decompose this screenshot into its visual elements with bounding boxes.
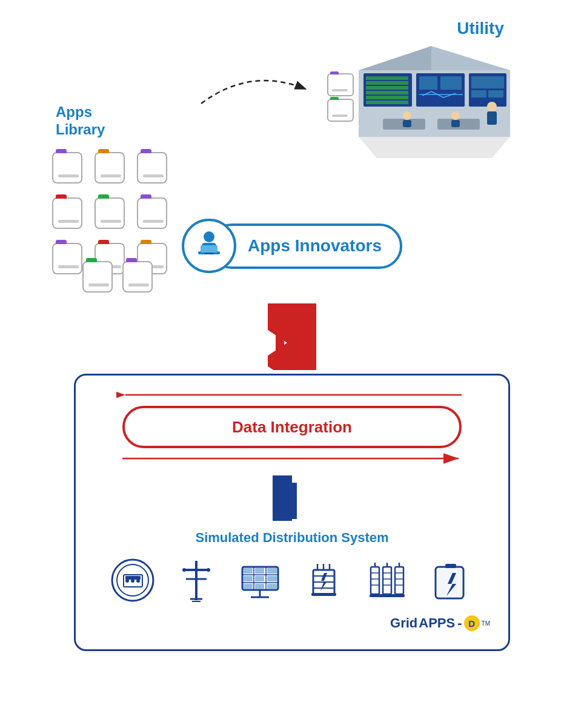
svg-rect-12: [419, 76, 437, 90]
app-icon-2: [92, 152, 127, 188]
gridapps-d-circle: D: [464, 615, 480, 631]
svg-rect-103: [445, 564, 456, 568]
extra-app-icons: [80, 261, 155, 297]
svg-rect-73: [267, 576, 277, 581]
data-integration-text: Data Integration: [232, 418, 352, 437]
top-section: Utility: [44, 19, 540, 297]
svg-rect-19: [471, 76, 504, 88]
gridapps-logo: Grid APPS - D TM: [390, 615, 490, 631]
power-pole-icon: [174, 558, 219, 603]
data-arrow-right-svg: [116, 451, 468, 466]
svg-rect-9: [366, 96, 408, 99]
app-icon-6: [134, 197, 170, 234]
apps-library-label: Apps Library: [56, 104, 105, 139]
utility-app-icon-2: [327, 99, 354, 122]
bottom-icons-row: [110, 558, 474, 603]
svg-rect-20: [471, 90, 486, 98]
app-icon-11: [120, 261, 155, 297]
svg-point-24: [403, 111, 411, 120]
svg-rect-8: [366, 91, 408, 94]
svg-marker-3: [431, 46, 510, 70]
transformer-icon: [301, 558, 347, 603]
svg-point-56: [182, 568, 186, 572]
utility-illustration: [353, 40, 522, 161]
app-icon-4: [50, 197, 85, 234]
data-arrow-left-svg: [116, 388, 468, 403]
svg-rect-86: [371, 567, 379, 594]
svg-rect-85: [311, 593, 336, 596]
innovators-section: Apps Innovators: [182, 219, 402, 273]
innovators-circle: [182, 219, 236, 273]
app-icon-3: [134, 152, 170, 188]
solar-panel-icon: [237, 558, 283, 603]
svg-point-26: [451, 111, 460, 120]
svg-rect-13: [440, 76, 462, 90]
svg-rect-27: [451, 120, 460, 127]
data-integration-section: Data Integration: [94, 388, 490, 466]
svg-rect-101: [370, 594, 405, 597]
svg-rect-5: [366, 76, 408, 80]
svg-rect-71: [244, 576, 253, 581]
svg-point-31: [204, 231, 214, 242]
gridapps-apps-text: APPS: [419, 615, 455, 631]
svg-rect-75: [255, 584, 264, 589]
capacitor-bank-icon: [365, 558, 410, 603]
person-laptop-icon: [191, 230, 227, 263]
svg-rect-21: [488, 90, 503, 98]
svg-rect-7: [366, 86, 408, 90]
svg-rect-34: [201, 245, 217, 253]
svg-rect-10: [366, 101, 408, 104]
svg-point-58: [207, 568, 210, 572]
dashed-arrow-svg: [153, 55, 347, 128]
svg-rect-29: [487, 111, 497, 125]
svg-rect-35: [204, 253, 214, 254]
svg-rect-76: [267, 584, 277, 589]
svg-rect-74: [244, 584, 253, 589]
svg-rect-6: [366, 81, 408, 85]
svg-rect-68: [244, 568, 253, 574]
app-icon-1: [50, 152, 85, 188]
svg-rect-87: [383, 567, 391, 594]
utility-label: Utility: [457, 19, 504, 38]
innovators-text: Apps Innovators: [248, 236, 382, 256]
middle-arrows: [44, 303, 540, 370]
utility-app-icon-1: [327, 73, 354, 96]
gridapps-tm: TM: [482, 620, 490, 627]
svg-rect-52: [125, 576, 141, 580]
double-arrow-svg: [268, 303, 316, 370]
innovators-pill: Apps Innovators: [209, 223, 402, 269]
svg-marker-0: [359, 137, 510, 158]
svg-rect-72: [255, 576, 264, 581]
svg-rect-25: [403, 120, 411, 127]
svg-point-57: [194, 568, 198, 572]
utility-apps: [327, 73, 354, 122]
battery-icon: [428, 558, 474, 603]
bottom-box: Data Integration Simulated D: [74, 374, 510, 651]
up-arrow-from-distribution: [273, 475, 312, 521]
control-room-svg: [353, 40, 516, 158]
app-icon-10: [80, 261, 115, 297]
svg-rect-69: [255, 568, 264, 574]
diagram-container: Utility: [44, 19, 540, 709]
svg-rect-70: [267, 568, 277, 574]
svg-point-28: [487, 102, 497, 111]
svg-marker-2: [359, 46, 431, 70]
simulated-distribution-label: Simulated Distribution System: [195, 530, 388, 546]
smart-meter-icon: [110, 558, 156, 603]
app-icon-5: [92, 197, 127, 234]
svg-rect-88: [395, 567, 403, 594]
data-integration-pill: Data Integration: [122, 406, 462, 448]
gridapps-grid-text: Grid: [390, 615, 417, 631]
